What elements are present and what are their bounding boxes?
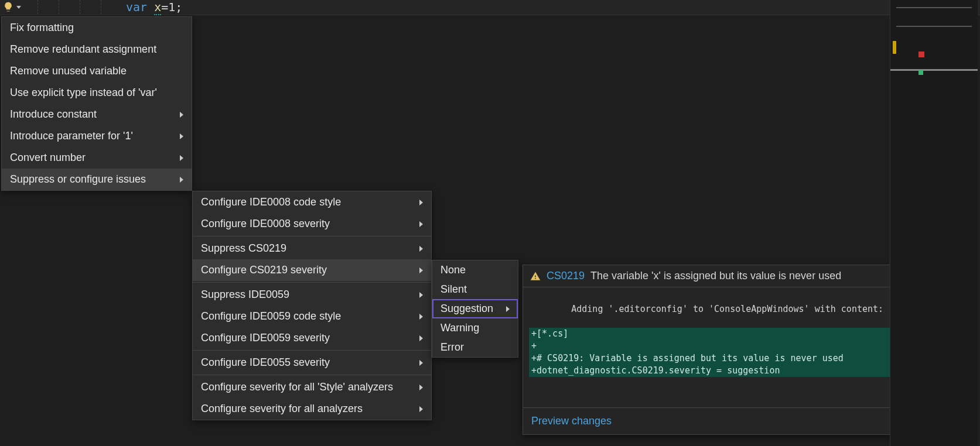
severity-option-label: Warning bbox=[441, 322, 479, 334]
menu-item[interactable]: Configure IDE0055 severity bbox=[193, 352, 431, 373]
menu-item-label: Remove redundant assignment bbox=[10, 43, 156, 56]
menu-separator bbox=[193, 236, 431, 236]
preview-panel: CS0219 The variable 'x' is assigned but … bbox=[523, 265, 915, 435]
severity-option-label: Silent bbox=[441, 283, 467, 296]
menu-item[interactable]: Suppress or configure issues bbox=[2, 169, 192, 190]
menu-item-label: Suppress or configure issues bbox=[10, 173, 146, 186]
menu-item[interactable]: Configure severity for all analyzers bbox=[193, 398, 431, 420]
minimap-marker-info bbox=[918, 70, 923, 75]
menu-item-label: Configure IDE0055 severity bbox=[201, 356, 330, 369]
menu-item-label: Configure IDE0059 code style bbox=[201, 310, 341, 323]
menu-item-label: Configure IDE0008 code style bbox=[201, 196, 341, 208]
severity-option[interactable]: Error bbox=[432, 338, 518, 357]
menu-item-label: Fix formatting bbox=[10, 22, 74, 34]
menu-item[interactable]: Suppress CS0219 bbox=[193, 238, 431, 259]
menu-separator bbox=[193, 375, 431, 375]
submenu-arrow-icon bbox=[419, 221, 423, 227]
menu-separator bbox=[193, 282, 431, 283]
code-line[interactable]: var x=1; bbox=[126, 0, 182, 14]
menu-item-label: Configure severity for all analyzers bbox=[201, 403, 363, 415]
severity-option-label: Suggestion bbox=[441, 303, 493, 315]
menu-item-label: Configure CS0219 severity bbox=[201, 264, 327, 276]
suppress-configure-submenu: Configure IDE0008 code styleConfigure ID… bbox=[192, 191, 432, 420]
menu-item-label: Configure severity for all 'Style' analy… bbox=[201, 381, 393, 393]
severity-option-label: Error bbox=[441, 341, 464, 354]
severity-option[interactable]: None bbox=[432, 260, 518, 280]
submenu-arrow-icon bbox=[180, 177, 183, 183]
preview-diff: Adding '.editorconfig' to 'ConsoleAppWin… bbox=[523, 287, 914, 407]
submenu-arrow-icon bbox=[419, 406, 423, 412]
submenu-arrow-icon bbox=[506, 306, 510, 312]
submenu-arrow-icon bbox=[180, 112, 183, 118]
menu-item-label: Introduce parameter for '1' bbox=[10, 130, 133, 142]
minimap-line bbox=[896, 26, 972, 27]
menu-item[interactable]: Configure severity for all 'Style' analy… bbox=[193, 376, 431, 398]
menu-item[interactable]: Configure IDE0059 severity bbox=[193, 327, 431, 349]
lightbulb-icon bbox=[2, 1, 14, 13]
editor-line-area: var x=1; bbox=[0, 0, 980, 15]
menu-item-label: Remove unused variable bbox=[10, 65, 127, 77]
menu-separator bbox=[193, 350, 431, 351]
menu-item[interactable]: Introduce parameter for '1' bbox=[2, 125, 192, 147]
severity-option[interactable]: Warning bbox=[432, 318, 518, 338]
submenu-arrow-icon bbox=[419, 200, 423, 205]
diagnostic-message: The variable 'x' is assigned but its val… bbox=[590, 270, 841, 282]
diff-added-line: + bbox=[529, 340, 909, 352]
code-keyword: var bbox=[126, 0, 147, 14]
submenu-arrow-icon bbox=[419, 246, 423, 252]
minimap-marker-error bbox=[918, 52, 924, 57]
warning-icon bbox=[530, 271, 541, 282]
quick-actions-menu: Fix formattingRemove redundant assignmen… bbox=[1, 16, 192, 191]
code-rest: =1; bbox=[161, 0, 182, 14]
submenu-arrow-icon bbox=[419, 314, 423, 320]
severity-option[interactable]: Suggestion bbox=[432, 299, 518, 318]
menu-item[interactable]: Use explicit type instead of 'var' bbox=[2, 82, 192, 104]
menu-item-label: Suppress CS0219 bbox=[201, 242, 286, 255]
menu-item-label: Convert number bbox=[10, 152, 86, 164]
menu-item-label: Introduce constant bbox=[10, 108, 97, 121]
submenu-arrow-icon bbox=[419, 335, 423, 341]
severity-submenu: NoneSilentSuggestionWarningError bbox=[432, 260, 518, 358]
menu-item[interactable]: Fix formatting bbox=[2, 17, 192, 39]
minimap[interactable] bbox=[890, 0, 978, 446]
menu-item-label: Configure IDE0059 severity bbox=[201, 332, 330, 344]
menu-item[interactable]: Configure CS0219 severity bbox=[193, 259, 431, 281]
menu-item[interactable]: Remove unused variable bbox=[2, 60, 192, 82]
submenu-arrow-icon bbox=[180, 133, 183, 139]
menu-item[interactable]: Introduce constant bbox=[2, 104, 192, 125]
diagnostic-code: CS0219 bbox=[547, 270, 585, 282]
diff-context-line: Adding '.editorconfig' to 'ConsoleAppWin… bbox=[550, 304, 883, 314]
chevron-down-icon bbox=[16, 6, 21, 9]
preview-changes-link[interactable]: Preview changes bbox=[531, 415, 612, 427]
submenu-arrow-icon bbox=[419, 360, 423, 366]
menu-item-label: Suppress IDE0059 bbox=[201, 289, 289, 301]
preview-header: CS0219 The variable 'x' is assigned but … bbox=[523, 265, 914, 287]
menu-item[interactable]: Remove redundant assignment bbox=[2, 39, 192, 60]
menu-item-label: Use explicit type instead of 'var' bbox=[10, 87, 157, 99]
preview-footer: Preview changes bbox=[523, 407, 914, 434]
menu-item[interactable]: Convert number bbox=[2, 147, 192, 169]
submenu-arrow-icon bbox=[419, 385, 423, 390]
indent-guides bbox=[37, 0, 122, 14]
diff-added-line: +[*.cs] bbox=[529, 328, 909, 340]
minimap-marker-warning bbox=[893, 41, 896, 54]
submenu-arrow-icon bbox=[419, 292, 423, 298]
minimap-viewport[interactable] bbox=[890, 69, 978, 71]
menu-item[interactable]: Configure IDE0008 code style bbox=[193, 191, 431, 213]
submenu-arrow-icon bbox=[419, 267, 423, 273]
menu-item-label: Configure IDE0008 severity bbox=[201, 218, 330, 230]
menu-item[interactable]: Configure IDE0008 severity bbox=[193, 213, 431, 235]
submenu-arrow-icon bbox=[180, 155, 183, 161]
code-identifier: x bbox=[154, 0, 161, 15]
severity-option-label: None bbox=[441, 264, 466, 276]
menu-item[interactable]: Configure IDE0059 code style bbox=[193, 306, 431, 327]
lightbulb-dropdown[interactable] bbox=[2, 1, 21, 13]
minimap-line bbox=[896, 7, 972, 8]
severity-option[interactable]: Silent bbox=[432, 280, 518, 299]
diff-added-line: +dotnet_diagnostic.CS0219.severity = sug… bbox=[529, 365, 909, 377]
diff-added-line: +# CS0219: Variable is assigned but its … bbox=[529, 352, 909, 365]
menu-item[interactable]: Suppress IDE0059 bbox=[193, 284, 431, 306]
